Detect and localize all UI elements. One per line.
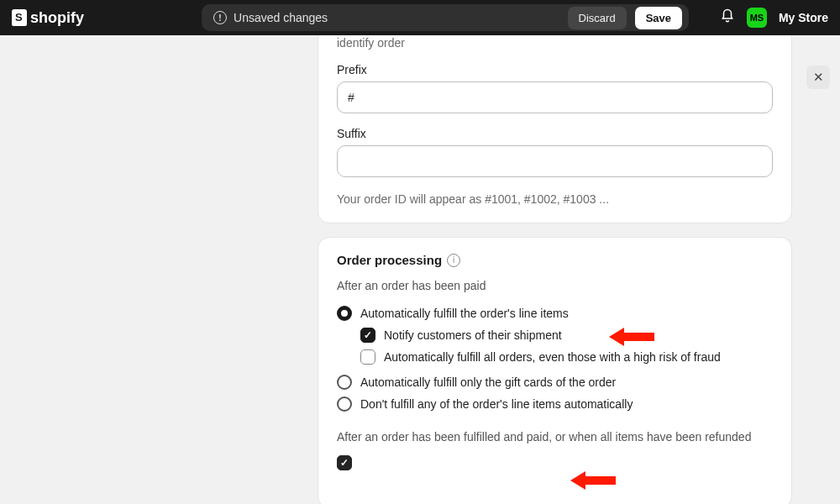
alert-icon: ! <box>213 11 227 24</box>
option-notify-customers[interactable]: Notify customers of their shipment <box>360 324 773 346</box>
suffix-label: Suffix <box>337 127 773 140</box>
notifications-icon[interactable] <box>720 8 735 27</box>
checkbox-icon <box>360 328 375 343</box>
info-icon[interactable]: i <box>447 254 460 267</box>
discard-button[interactable]: Discard <box>568 7 627 29</box>
order-id-intro: identify order <box>337 36 773 50</box>
option-auto-archive[interactable] <box>337 452 773 474</box>
order-processing-card: Order processing i After an order has be… <box>318 237 792 504</box>
shopify-bag-icon <box>12 9 27 26</box>
prefix-input[interactable] <box>337 81 773 113</box>
unsaved-changes-bar: ! Unsaved changes Discard Save <box>202 4 689 31</box>
order-id-preview: Your order ID will appear as #1001, #100… <box>337 192 773 206</box>
after-fulfilled-label: After an order has been fulfilled and pa… <box>337 430 773 444</box>
unsaved-text: Unsaved changes <box>234 11 328 24</box>
prefix-label: Prefix <box>337 63 773 76</box>
save-button[interactable]: Save <box>635 7 682 29</box>
option-auto-fulfill-label: Automatically fulfill the order's line i… <box>360 307 569 320</box>
option-auto-archive-label <box>360 456 364 470</box>
option-dont-fulfill[interactable]: Don't fulfill any of the order's line it… <box>337 393 773 415</box>
option-auto-fulfill[interactable]: Automatically fulfill the order's line i… <box>337 302 773 324</box>
suffix-input[interactable] <box>337 145 773 177</box>
shopify-logo: shopify <box>12 9 84 27</box>
radio-icon <box>337 396 352 412</box>
page-body: ✕ identify order Prefix Suffix Your orde… <box>0 35 840 504</box>
checkbox-icon <box>337 455 352 470</box>
option-none-label: Don't fulfill any of the order's line it… <box>360 397 633 411</box>
option-high-risk-label: Automatically fulfill all orders, even t… <box>384 350 721 364</box>
radio-icon <box>337 306 352 321</box>
checkbox-icon <box>360 349 375 365</box>
annotation-arrow-icon <box>570 471 616 490</box>
order-processing-title: Order processing <box>337 253 442 267</box>
store-avatar[interactable]: MS <box>747 8 767 28</box>
option-gift-label: Automatically fulfill only the gift card… <box>360 375 616 389</box>
order-id-card: identify order Prefix Suffix Your order … <box>318 35 792 223</box>
option-gift-cards-only[interactable]: Automatically fulfill only the gift card… <box>337 371 773 393</box>
close-button[interactable]: ✕ <box>806 66 830 89</box>
option-notify-label: Notify customers of their shipment <box>384 328 562 342</box>
radio-icon <box>337 375 352 390</box>
option-fulfill-high-risk[interactable]: Automatically fulfill all orders, even t… <box>360 346 773 368</box>
brand-text: shopify <box>30 9 84 27</box>
top-bar: shopify ! Unsaved changes Discard Save M… <box>0 0 840 35</box>
store-name[interactable]: My Store <box>779 11 828 24</box>
after-paid-label: After an order has been paid <box>337 279 773 292</box>
